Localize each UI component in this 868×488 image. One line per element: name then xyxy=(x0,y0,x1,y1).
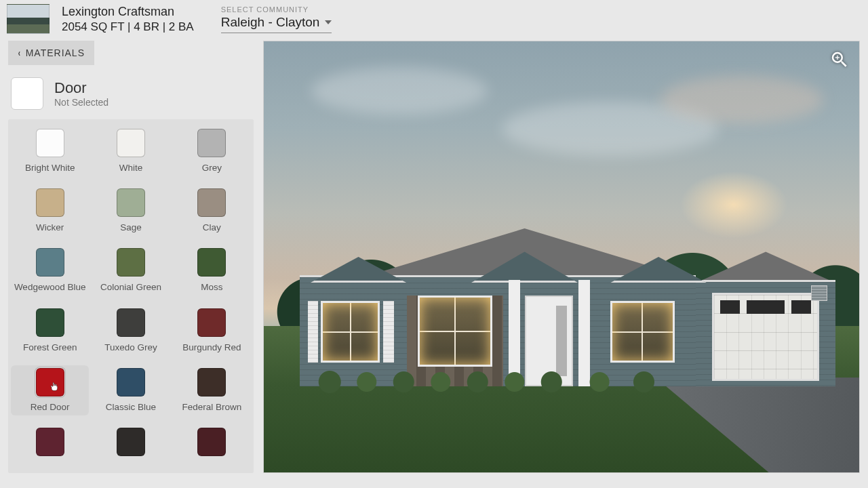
swatch-forest-green[interactable]: Forest Green xyxy=(11,308,89,353)
shutter xyxy=(308,301,319,363)
swatch-clay[interactable]: Clay xyxy=(173,188,251,233)
community-value: Raleigh - Clayton xyxy=(221,15,320,30)
zoom-in-icon xyxy=(829,49,850,70)
swatch-label: Clay xyxy=(203,222,221,233)
swatch-chip xyxy=(36,428,64,456)
plan-thumbnail[interactable] xyxy=(7,4,50,34)
swatch-classic-blue[interactable]: Classic Blue xyxy=(92,368,170,413)
swatch-label: Tuxedo Grey xyxy=(104,342,157,353)
chevron-left-icon: ‹ xyxy=(18,47,21,58)
chevron-down-icon xyxy=(325,19,332,26)
swatch-chip xyxy=(36,308,64,337)
gable-vent xyxy=(811,285,827,301)
swatch-chip xyxy=(197,368,226,396)
landscaping xyxy=(311,369,680,394)
swatch-chip xyxy=(36,248,64,277)
plan-name: Lexington Craftsman xyxy=(62,5,194,19)
swatch-partial[interactable] xyxy=(92,428,170,462)
swatch-chip xyxy=(197,248,226,277)
swatch-chip xyxy=(197,308,226,337)
swatch-label: Wedgewood Blue xyxy=(14,282,86,293)
swatch-chip xyxy=(117,308,145,337)
shutter xyxy=(383,301,394,363)
swatch-panel: Bright WhiteWhiteGreyWickerSageClayWedge… xyxy=(8,119,254,473)
swatch-tuxedo-grey[interactable]: Tuxedo Grey xyxy=(92,308,170,353)
swatch-chip xyxy=(197,428,226,456)
cloud xyxy=(660,76,823,123)
swatch-label: White xyxy=(119,163,143,174)
category-subtitle: Not Selected xyxy=(54,97,108,108)
materials-back-button[interactable]: ‹ MATERIALS xyxy=(8,41,94,65)
swatch-grey[interactable]: Grey xyxy=(173,129,251,174)
garage-door xyxy=(712,293,819,381)
swatch-chip xyxy=(36,188,64,217)
swatch-label: Moss xyxy=(201,282,222,293)
swatch-label: Bright White xyxy=(25,163,75,174)
swatch-partial[interactable] xyxy=(11,428,89,462)
swatch-wedgewood-blue[interactable]: Wedgewood Blue xyxy=(11,248,89,293)
swatch-label: Wicker xyxy=(36,222,64,233)
swatch-label: Federal Brown xyxy=(182,402,241,413)
swatch-label: Red Door xyxy=(31,402,70,413)
swatch-chip xyxy=(117,129,145,157)
cursor-icon xyxy=(49,382,60,392)
cloud xyxy=(311,67,488,115)
swatch-wicker[interactable]: Wicker xyxy=(11,188,89,233)
swatch-label: Forest Green xyxy=(23,342,77,353)
swatch-moss[interactable]: Moss xyxy=(173,248,251,293)
window xyxy=(610,301,675,363)
window xyxy=(418,296,493,367)
plan-specs: 2054 SQ FT | 4 BR | 2 BA xyxy=(62,20,194,34)
roof-garage xyxy=(696,251,835,283)
header: Lexington Craftsman 2054 SQ FT | 4 BR | … xyxy=(0,0,868,41)
swatch-bright-white[interactable]: Bright White xyxy=(11,129,89,174)
swatch-label: Burgundy Red xyxy=(182,342,241,353)
swatch-label: Sage xyxy=(120,222,142,233)
materials-sidebar: ‹ MATERIALS Door Not Selected Bright Whi… xyxy=(8,41,254,473)
swatch-chip xyxy=(197,129,226,157)
swatch-label: Grey xyxy=(202,163,222,174)
plan-info: Lexington Craftsman 2054 SQ FT | 4 BR | … xyxy=(62,5,194,34)
swatch-grid: Bright WhiteWhiteGreyWickerSageClayWedge… xyxy=(11,129,251,462)
swatch-colonial-green[interactable]: Colonial Green xyxy=(92,248,170,293)
swatch-label: Classic Blue xyxy=(106,402,156,413)
swatch-partial[interactable] xyxy=(173,428,251,462)
current-swatch xyxy=(11,77,43,110)
materials-back-label: MATERIALS xyxy=(26,47,85,58)
swatch-chip xyxy=(117,248,145,277)
render-viewport[interactable] xyxy=(263,41,860,473)
window xyxy=(321,301,380,363)
swatch-chip xyxy=(117,368,145,396)
swatch-burgundy-red[interactable]: Burgundy Red xyxy=(173,308,251,353)
swatch-white[interactable]: White xyxy=(92,129,170,174)
swatch-chip xyxy=(117,188,145,217)
current-selection: Door Not Selected xyxy=(8,77,254,110)
swatch-chip xyxy=(197,188,226,217)
house xyxy=(300,257,835,386)
swatch-chip xyxy=(117,428,145,456)
swatch-chip xyxy=(36,129,64,157)
community-picker: SELECT COMMUNITY Raleigh - Clayton xyxy=(221,5,332,33)
swatch-label: Colonial Green xyxy=(100,282,161,293)
community-label: SELECT COMMUNITY xyxy=(221,5,332,14)
community-select[interactable]: Raleigh - Clayton xyxy=(221,14,332,33)
zoom-button[interactable] xyxy=(829,49,850,70)
category-title: Door xyxy=(54,79,108,97)
swatch-red-door[interactable]: Red Door xyxy=(11,365,89,415)
swatch-federal-brown[interactable]: Federal Brown xyxy=(173,368,251,413)
swatch-sage[interactable]: Sage xyxy=(92,188,170,233)
